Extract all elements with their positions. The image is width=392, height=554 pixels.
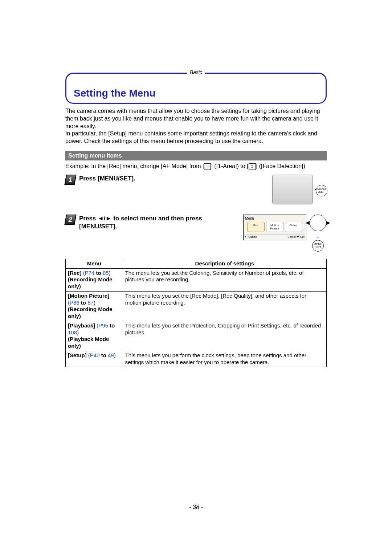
menu-name: [Playback] (68, 322, 95, 329)
dpad-icon (310, 215, 326, 231)
menu-name: [Rec] (68, 270, 82, 276)
intro-text: The camera comes with menus that allow y… (65, 107, 327, 145)
page-link[interactable]: 49 (108, 352, 114, 358)
screen-tab-rec: Rec (247, 222, 265, 232)
subheader: Setting menu items (65, 151, 327, 160)
section-label: Basic (187, 69, 205, 75)
page-link[interactable]: 85 (103, 270, 109, 276)
step-2: 2 Press ◄/► to select menu and then pres… (65, 215, 327, 252)
step-badge-1: 1 (65, 175, 75, 185)
table-row: [Playback] (P95 to 108) (Playback Mode o… (66, 321, 327, 351)
step-2-text: Press ◄/► to select menu and then press … (79, 215, 240, 231)
example-mid: ] ([1-Area]) to [ (211, 163, 248, 169)
page-link[interactable]: (P74 (83, 270, 95, 276)
step-1-text: Press [MENU/SET]. (79, 175, 269, 183)
camera-illustration (272, 175, 313, 204)
screen-cancel: ↩ Cancel (245, 235, 257, 239)
menu-note: (Recording Mode only) (68, 306, 113, 319)
th-desc: Description of settings (123, 259, 326, 268)
screen-tab-setup: Setup (285, 222, 302, 232)
menu-desc: This menu lets you set the Protection, C… (123, 321, 326, 351)
th-menu: Menu (66, 259, 123, 268)
example-suffix: ] ([Face Detection]) (256, 163, 305, 169)
screen-tab-motion: Motion Picture (266, 222, 283, 232)
step-1: 1 Press [MENU/SET]. MENU /SET (65, 175, 327, 207)
step-number-2: 2 (65, 215, 75, 224)
camera-screen-illustration: Menu Rec Motion Picture Setup ↩ Cancel S… (243, 215, 306, 240)
page-title: Setting the Menu (74, 87, 318, 99)
example-text: Example: In the [Rec] menu, change [AF M… (65, 163, 327, 170)
menu-set-button-icon-2: MENU /SET (312, 240, 324, 252)
menu-note: (Playback Mode only) (68, 336, 109, 349)
page-number: - 38 - (0, 504, 392, 510)
arrow-right-icon: ▶ (326, 220, 330, 225)
one-area-icon: ▭ (204, 163, 211, 170)
screen-select: Select ⯌ Set (287, 235, 305, 239)
menu-note: (Recording Mode only) (68, 276, 113, 289)
table-row: [Rec] (P74 to 85) (Recording Mode only) … (66, 268, 327, 291)
menu-description-table: Menu Description of settings [Rec] (P74 … (65, 259, 327, 367)
manual-page: Basic Setting the Menu The camera comes … (0, 0, 392, 554)
page-link[interactable]: (P95 (97, 322, 108, 329)
menu-name: [Motion Picture] (68, 293, 109, 299)
step-number-1: 1 (65, 175, 75, 184)
section-header-box: Basic Setting the Menu (65, 73, 327, 104)
page-link[interactable]: (P40 (88, 352, 100, 358)
menu-set-button-icon: MENU /SET (316, 185, 327, 196)
screen-title: Menu (245, 216, 305, 220)
page-link[interactable]: (P86 (68, 300, 79, 306)
menu-desc: This menu lets you set the [Rec Mode], [… (123, 291, 326, 321)
page-link[interactable]: 87 (87, 300, 94, 306)
menu-name: [Setup] (68, 352, 87, 358)
arrow-left-icon: ◀ (306, 220, 310, 225)
step-badge-2: 2 (65, 215, 75, 225)
arrow-down-icon: ↓ (309, 232, 327, 239)
menu-desc: The menu lets you set the Coloring, Sens… (123, 268, 326, 291)
face-detect-icon: ☺ (249, 163, 256, 170)
page-link[interactable]: 108 (68, 329, 77, 335)
table-row: [Motion Picture] (P86 to 87) (Recording … (66, 291, 327, 321)
example-prefix: Example: In the [Rec] menu, change [AF M… (65, 163, 204, 169)
table-row: [Setup] (P40 to 49) This menu lets you p… (66, 351, 327, 367)
menu-desc: This menu lets you perform the clock set… (123, 351, 326, 367)
